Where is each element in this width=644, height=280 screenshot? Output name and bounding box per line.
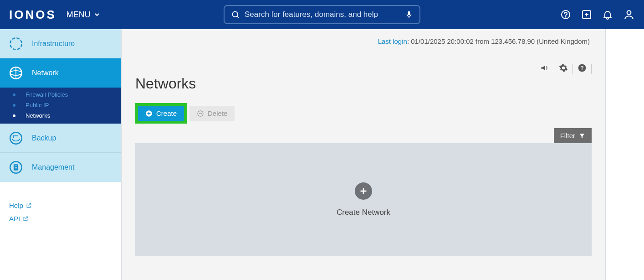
last-login-link[interactable]: Last login xyxy=(378,37,407,45)
menu-label: MENU xyxy=(66,10,91,20)
funnel-icon xyxy=(579,133,585,139)
svg-point-13 xyxy=(10,132,22,144)
question-icon[interactable]: ? xyxy=(573,63,591,74)
divider xyxy=(591,64,592,74)
sidebar-item-label: Backup xyxy=(32,134,56,142)
infrastructure-icon xyxy=(8,36,24,52)
page-tool-icons: ? xyxy=(135,63,592,74)
help-label: Help xyxy=(9,202,23,209)
sidebar-sub-label: Firewall Policies xyxy=(26,91,68,98)
sidebar-item-label: Infrastructure xyxy=(32,40,75,48)
microphone-icon[interactable] xyxy=(405,10,413,19)
help-chat-icon[interactable] xyxy=(560,9,571,20)
top-header: IONOS MENU xyxy=(0,0,644,29)
svg-point-9 xyxy=(10,38,22,50)
sidebar-section: Infrastructure Network Firewall Policies… xyxy=(0,29,121,182)
gear-icon[interactable] xyxy=(554,63,572,74)
bullet-icon xyxy=(13,114,15,117)
sidebar-sub-label: Public IP xyxy=(26,102,49,109)
svg-text:?: ? xyxy=(580,65,583,71)
filter-button[interactable]: Filter xyxy=(554,128,592,143)
action-row: Create Delete xyxy=(135,103,592,124)
svg-line-1 xyxy=(237,16,239,18)
svg-point-0 xyxy=(232,11,238,17)
svg-point-4 xyxy=(565,16,566,17)
right-gutter xyxy=(606,29,644,280)
menu-toggle[interactable]: MENU xyxy=(66,10,101,20)
minus-circle-icon xyxy=(197,110,204,117)
delete-label: Delete xyxy=(208,109,227,117)
add-square-icon[interactable] xyxy=(581,9,592,20)
search-input[interactable] xyxy=(245,10,400,19)
api-label: API xyxy=(9,215,20,223)
user-icon[interactable] xyxy=(623,9,635,21)
network-icon xyxy=(8,65,24,81)
search-icon xyxy=(231,10,240,19)
sidebar-subsection: Firewall Policies Public IP Networks xyxy=(0,88,121,124)
bullet-icon xyxy=(13,93,15,96)
plus-circle-icon xyxy=(355,182,372,200)
brand-logo: IONOS xyxy=(9,8,56,22)
last-login-detail: : 01/01/2025 20:00:02 from 123.456.78.90… xyxy=(407,37,590,45)
delete-button[interactable]: Delete xyxy=(189,106,235,121)
svg-point-8 xyxy=(627,10,631,15)
sidebar-item-label: Network xyxy=(32,69,59,77)
api-link[interactable]: API xyxy=(9,212,112,225)
create-label: Create xyxy=(156,109,177,117)
sidebar-sub-networks[interactable]: Networks xyxy=(0,110,121,121)
filter-row: Filter xyxy=(135,128,592,143)
help-link[interactable]: Help xyxy=(9,199,112,212)
svg-rect-2 xyxy=(409,17,409,18)
filter-label: Filter xyxy=(560,132,575,140)
search-box[interactable] xyxy=(224,5,420,24)
sidebar-sub-firewall[interactable]: Firewall Policies xyxy=(0,89,121,100)
empty-label: Create Network xyxy=(337,208,390,217)
last-login-info: Last login: 01/01/2025 20:00:02 from 123… xyxy=(135,29,592,45)
backup-icon xyxy=(8,130,24,146)
external-link-icon xyxy=(23,216,29,222)
create-button[interactable]: Create xyxy=(138,106,184,121)
page-layout: Infrastructure Network Firewall Policies… xyxy=(0,29,644,280)
create-highlight: Create xyxy=(135,103,187,124)
sidebar: Infrastructure Network Firewall Policies… xyxy=(0,29,122,280)
sidebar-item-network[interactable]: Network xyxy=(0,58,121,88)
announce-icon[interactable] xyxy=(536,63,554,74)
sidebar-item-infrastructure[interactable]: Infrastructure xyxy=(0,29,121,58)
external-link-icon xyxy=(26,202,32,208)
main-content: Last login: 01/01/2025 20:00:02 from 123… xyxy=(122,29,606,280)
search-container xyxy=(224,5,420,24)
page-title: Networks xyxy=(135,75,592,92)
empty-create-panel[interactable]: Create Network xyxy=(135,143,592,256)
plus-circle-icon xyxy=(145,110,153,117)
bullet-icon xyxy=(13,104,15,107)
header-actions xyxy=(560,9,635,21)
sidebar-footer-links: Help API xyxy=(0,199,121,280)
management-icon xyxy=(8,160,24,175)
sidebar-sub-label: Networks xyxy=(26,112,50,119)
sidebar-item-label: Management xyxy=(32,163,74,171)
sidebar-item-backup[interactable]: Backup xyxy=(0,124,121,153)
bell-icon[interactable] xyxy=(602,9,613,20)
sidebar-item-management[interactable]: Management xyxy=(0,153,121,182)
chevron-down-icon xyxy=(93,11,101,18)
sidebar-sub-publicip[interactable]: Public IP xyxy=(0,100,121,110)
